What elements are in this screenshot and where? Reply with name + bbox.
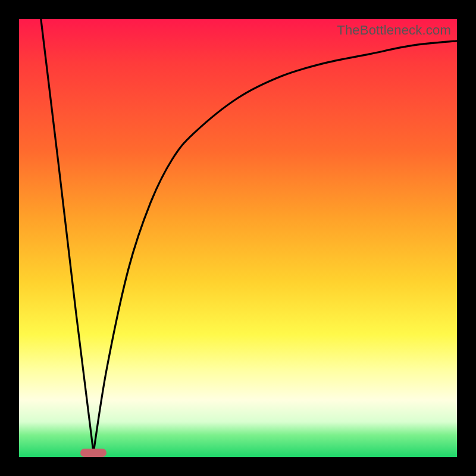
right-branch-path — [93, 41, 457, 453]
plot-area: TheBottleneck.com — [19, 19, 457, 457]
chart-frame: TheBottleneck.com — [0, 0, 476, 476]
left-branch-path — [41, 19, 93, 453]
bottleneck-marker — [80, 449, 107, 457]
curve-svg — [19, 19, 457, 457]
